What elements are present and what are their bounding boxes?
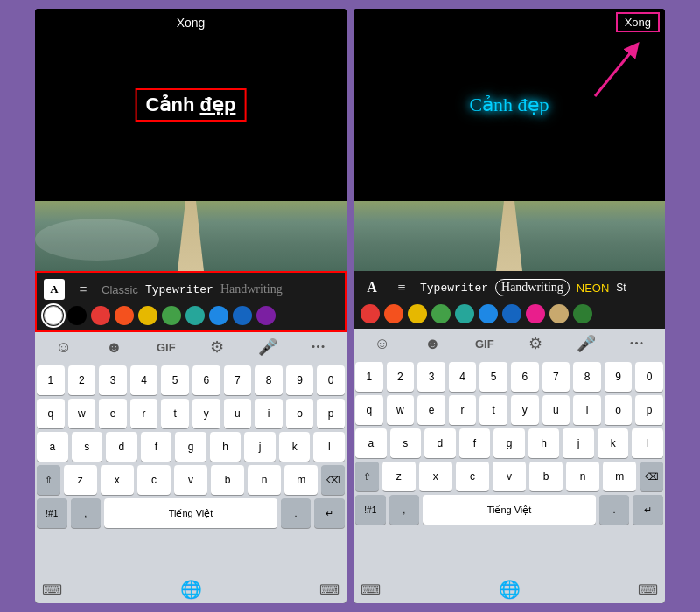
right-key-return[interactable]: ↵ (633, 495, 663, 525)
left-key-a[interactable]: a (37, 432, 68, 462)
right-color-red[interactable] (360, 304, 380, 323)
right-key-2[interactable]: 2 (387, 362, 415, 392)
left-key-t[interactable]: t (161, 399, 189, 428)
right-color-teal[interactable] (455, 304, 474, 323)
right-key-period[interactable]: . (599, 495, 630, 525)
left-key-v[interactable]: v (174, 465, 207, 495)
left-key-m[interactable]: m (284, 465, 318, 495)
left-key-comma[interactable]: , (71, 498, 102, 528)
right-font-handwriting[interactable]: Handwriting (495, 279, 570, 296)
left-color-blue[interactable] (209, 306, 228, 325)
right-key-backspace[interactable]: ⌫ (640, 462, 663, 491)
right-keyboard2-icon[interactable]: ⌨ (638, 581, 658, 598)
right-key-j[interactable]: j (563, 428, 594, 458)
right-key-comma[interactable]: , (389, 495, 420, 525)
left-emoji-icon[interactable]: ☺ (56, 338, 72, 357)
left-key-o[interactable]: o (286, 399, 314, 428)
left-color-black[interactable] (67, 306, 87, 325)
right-key-y[interactable]: y (511, 395, 539, 425)
right-globe-icon[interactable]: 🌐 (499, 579, 521, 600)
right-key-s[interactable]: s (390, 428, 422, 458)
right-key-shift[interactable]: ⇧ (355, 462, 379, 491)
right-key-space[interactable]: Tiếng Việt (423, 495, 596, 525)
left-key-w[interactable]: w (68, 399, 96, 428)
left-key-backspace[interactable]: ⌫ (321, 465, 345, 495)
left-settings-icon[interactable]: ⚙ (210, 337, 224, 357)
right-font-icon[interactable]: A (360, 276, 383, 299)
left-key-z[interactable]: z (64, 465, 97, 495)
left-font-handwriting[interactable]: Handwriting (220, 282, 283, 296)
right-key-1[interactable]: 1 (355, 362, 383, 392)
right-settings-icon[interactable]: ⚙ (528, 334, 542, 353)
left-mic-icon[interactable]: 🎤 (258, 337, 277, 357)
left-globe-icon[interactable]: 🌐 (180, 579, 202, 600)
right-key-num[interactable]: !#1 (355, 495, 386, 525)
left-key-space[interactable]: Tiếng Việt (104, 498, 277, 528)
left-key-b[interactable]: b (211, 465, 244, 495)
right-key-l[interactable]: l (632, 428, 663, 458)
right-color-orange[interactable] (384, 304, 403, 323)
left-font-classic[interactable]: Classic (102, 283, 138, 296)
right-key-0[interactable]: 0 (635, 362, 663, 392)
right-font-typewriter[interactable]: Typewriter (420, 282, 488, 295)
right-key-f[interactable]: f (459, 428, 491, 458)
left-key-f[interactable]: f (141, 432, 172, 462)
right-color-yellow[interactable] (408, 304, 427, 323)
left-font-icon[interactable]: A (44, 279, 65, 300)
left-color-white[interactable] (44, 306, 63, 325)
left-key-shift[interactable]: ⇧ (37, 465, 60, 495)
right-key-k[interactable]: k (598, 428, 629, 458)
left-color-teal[interactable] (186, 306, 205, 325)
left-key-e[interactable]: e (99, 399, 127, 428)
right-key-n[interactable]: n (566, 462, 599, 491)
right-key-c[interactable]: c (456, 462, 489, 491)
right-mic-icon[interactable]: 🎤 (577, 334, 596, 353)
right-key-a[interactable]: a (355, 428, 387, 458)
left-key-1[interactable]: 1 (37, 365, 65, 395)
right-key-b[interactable]: b (529, 462, 563, 491)
right-key-5[interactable]: 5 (480, 362, 508, 392)
left-key-4[interactable]: 4 (130, 365, 158, 395)
right-key-d[interactable]: d (424, 428, 456, 458)
right-key-i[interactable]: i (573, 395, 601, 425)
right-key-w[interactable]: w (387, 395, 415, 425)
left-align-icon[interactable]: ≡ (72, 278, 94, 301)
left-sticker-icon[interactable]: ☻ (106, 338, 122, 357)
left-color-orange[interactable] (115, 306, 134, 325)
right-color-darkgreen[interactable] (573, 304, 592, 323)
left-key-7[interactable]: 7 (224, 365, 252, 395)
left-key-s[interactable]: s (72, 432, 103, 462)
right-color-darkblue[interactable] (502, 304, 522, 323)
left-key-num[interactable]: !#1 (37, 498, 67, 528)
left-more-icon[interactable]: ••• (312, 340, 326, 354)
left-key-y[interactable]: y (192, 399, 220, 428)
left-key-p[interactable]: p (317, 399, 345, 428)
left-color-yellow[interactable] (138, 306, 158, 325)
left-key-9[interactable]: 9 (286, 365, 314, 395)
left-color-red[interactable] (91, 306, 110, 325)
right-key-4[interactable]: 4 (449, 362, 477, 392)
right-key-3[interactable]: 3 (417, 362, 445, 392)
right-key-r[interactable]: r (449, 395, 477, 425)
left-key-3[interactable]: 3 (99, 365, 127, 395)
right-key-e[interactable]: e (417, 395, 445, 425)
left-key-return[interactable]: ↵ (314, 498, 345, 528)
left-key-c[interactable]: c (137, 465, 171, 495)
right-key-x[interactable]: x (419, 462, 452, 491)
right-gif-icon[interactable]: GIF (475, 337, 494, 351)
left-key-0[interactable]: 0 (317, 365, 345, 395)
right-font-neon[interactable]: NEON (577, 282, 610, 295)
right-key-p[interactable]: p (635, 395, 663, 425)
left-key-6[interactable]: 6 (192, 365, 220, 395)
left-key-g[interactable]: g (175, 432, 206, 462)
left-key-2[interactable]: 2 (68, 365, 96, 395)
left-key-l[interactable]: l (313, 432, 345, 462)
left-gif-icon[interactable]: GIF (157, 341, 176, 354)
left-key-n[interactable]: n (248, 465, 281, 495)
right-key-m[interactable]: m (603, 462, 636, 491)
right-key-h[interactable]: h (528, 428, 560, 458)
right-keyboard-icon[interactable]: ⌨ (360, 581, 381, 598)
left-key-d[interactable]: d (106, 432, 137, 462)
right-key-v[interactable]: v (493, 462, 526, 491)
right-color-blue[interactable] (479, 304, 498, 323)
